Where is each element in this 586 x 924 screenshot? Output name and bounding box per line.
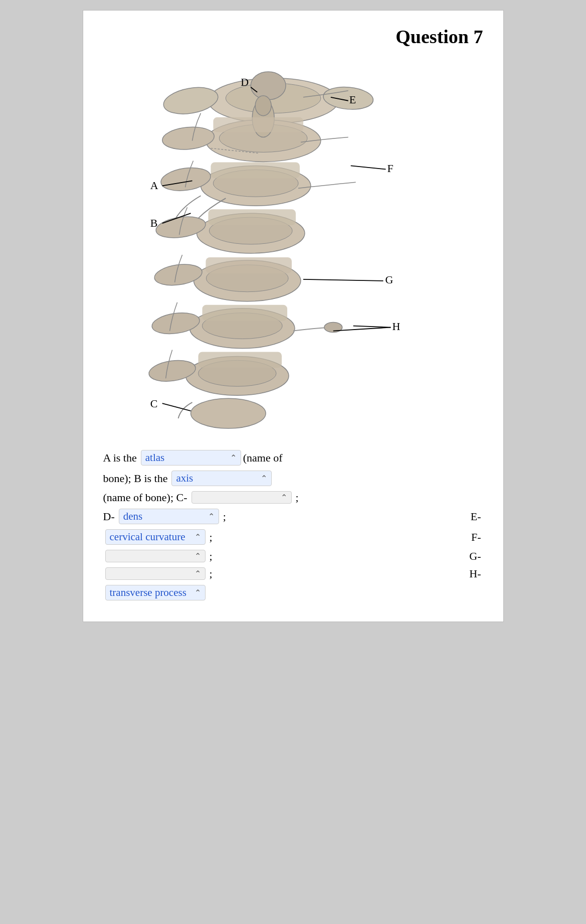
h-label: H- (469, 567, 481, 580)
svg-text:G: G (385, 273, 393, 286)
e-label-group: E- (471, 510, 483, 523)
a-arrow-icon: ⌃ (230, 453, 237, 463)
g-label: G- (469, 550, 481, 563)
svg-rect-31 (206, 257, 292, 273)
a-value: atlas (145, 451, 164, 464)
answers-section: A is the atlas ⌃ (name of bone); B is th… (103, 449, 483, 601)
g-semicolon: ; (210, 567, 213, 580)
svg-rect-28 (213, 117, 303, 132)
svg-rect-30 (208, 209, 296, 225)
vertebrae-illustration: D E A B F G H C (103, 53, 483, 434)
svg-text:H: H (392, 320, 400, 333)
page: Question 7 (83, 10, 504, 622)
e-semicolon: ; (210, 531, 213, 544)
svg-text:D: D (241, 76, 249, 88)
g-dropdown[interactable]: ⌃ (105, 567, 206, 580)
g-group: ⌃ ; (103, 566, 466, 581)
answer-row-h: transverse process ⌃ (103, 584, 483, 601)
h-label-group: H- (469, 567, 483, 580)
svg-point-9 (255, 96, 271, 116)
g-arrow-icon: ⌃ (194, 569, 201, 578)
e-value: cervical curvature (110, 531, 185, 543)
e-label: E- (471, 510, 481, 523)
b-arrow-icon: ⌃ (261, 474, 267, 483)
answer-row-d-e: D- dens ⌃ ; E- (103, 508, 483, 525)
answer-row-g-h: ⌃ ; H- (103, 566, 483, 581)
svg-point-5 (251, 72, 286, 100)
e-group: cervical curvature ⌃ ; (103, 528, 467, 546)
answer-row-e-f: cervical curvature ⌃ ; F- (103, 528, 483, 546)
c-arrow-icon: ⌃ (281, 493, 287, 502)
svg-point-34 (190, 398, 266, 428)
b-dropdown[interactable]: axis ⌃ (171, 471, 272, 486)
svg-rect-29 (211, 162, 300, 178)
svg-rect-33 (198, 352, 282, 368)
d-semicolon: ; (223, 510, 226, 523)
d-arrow-icon: ⌃ (208, 512, 215, 521)
c-semicolon: ; (296, 491, 299, 504)
e-arrow-icon: ⌃ (194, 532, 201, 542)
b-prefix: bone); B is the (103, 472, 168, 485)
f-dropdown[interactable]: ⌃ (105, 550, 206, 562)
svg-text:E: E (349, 93, 355, 106)
d-value: dens (123, 510, 143, 523)
svg-text:C: C (150, 397, 157, 410)
c-prefix: (name of bone); C- (103, 491, 187, 504)
svg-rect-32 (202, 305, 287, 321)
f-semicolon: ; (210, 550, 213, 563)
question-title: Question 7 (103, 26, 483, 48)
diagram-container: D E A B F G H C (103, 53, 483, 434)
answer-row-c: (name of bone); C- ⌃ ; (103, 490, 483, 505)
c-dropdown[interactable]: ⌃ (191, 491, 292, 504)
d-prefix: D- (103, 510, 115, 523)
f-arrow-icon: ⌃ (194, 551, 201, 561)
h-arrow-icon: ⌃ (194, 588, 201, 597)
e-dropdown[interactable]: cervical curvature ⌃ (105, 529, 206, 545)
d-dropdown[interactable]: dens ⌃ (119, 509, 219, 524)
a-suffix: (name of (243, 451, 283, 465)
f-label: F- (471, 531, 481, 544)
a-dropdown[interactable]: atlas ⌃ (141, 450, 241, 466)
b-value: axis (176, 472, 193, 485)
h-dropdown[interactable]: transverse process ⌃ (105, 585, 206, 600)
svg-text:A: A (150, 179, 158, 192)
svg-text:B: B (150, 217, 157, 229)
answer-row-b: bone); B is the axis ⌃ (103, 470, 483, 487)
f-label-group: F- (471, 531, 483, 544)
g-label-group: G- (469, 550, 483, 563)
a-prefix: A is the (103, 451, 137, 465)
answer-row-f-g: ⌃ ; G- (103, 549, 483, 563)
d-group: D- dens ⌃ ; (103, 508, 467, 525)
answer-row-a: A is the atlas ⌃ (name of (103, 449, 483, 467)
f-group: ⌃ ; (103, 549, 466, 563)
svg-text:F: F (387, 162, 393, 175)
h-value: transverse process (110, 586, 186, 599)
